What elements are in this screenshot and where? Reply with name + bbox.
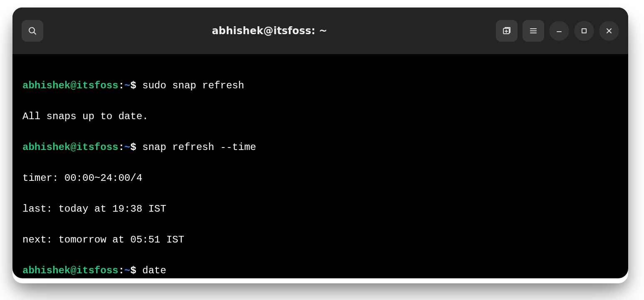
prompt-host: abhishek@itsfoss (22, 142, 118, 153)
close-icon (605, 27, 613, 35)
terminal-line: abhishek@itsfoss:~$ sudo snap refresh (22, 78, 618, 93)
minimize-icon (555, 27, 563, 35)
search-icon (27, 26, 37, 36)
maximize-icon (580, 27, 588, 35)
search-button[interactable] (22, 20, 43, 42)
command-text: snap refresh --time (142, 142, 256, 153)
terminal-line: abhishek@itsfoss:~$ snap refresh --time (22, 140, 618, 155)
terminal-line: abhishek@itsfoss:~$ date (22, 263, 618, 278)
output-line: last: today at 19:38 IST (22, 201, 618, 217)
prompt-path: ~ (124, 265, 130, 276)
new-tab-button[interactable] (496, 20, 518, 42)
menu-button[interactable] (523, 20, 544, 42)
prompt-colon: : (118, 142, 124, 153)
svg-rect-9 (582, 29, 586, 33)
prompt-colon: : (118, 265, 124, 276)
terminal-window: abhishek@itsfoss: ~ (12, 8, 628, 278)
command-text: date (142, 265, 166, 276)
terminal-output[interactable]: abhishek@itsfoss:~$ sudo snap refresh Al… (12, 54, 628, 278)
prompt-path: ~ (124, 142, 130, 153)
prompt-path: ~ (124, 80, 130, 91)
close-button[interactable] (599, 21, 619, 41)
command-text: sudo snap refresh (142, 80, 244, 91)
svg-line-1 (34, 32, 36, 34)
hamburger-menu-icon (528, 26, 538, 36)
prompt-dollar: $ (130, 142, 136, 153)
output-line: next: tomorrow at 05:51 IST (22, 232, 618, 248)
output-line: timer: 00:00~24:00/4 (22, 170, 618, 186)
prompt-host: abhishek@itsfoss (22, 80, 118, 91)
window-title: abhishek@itsfoss: ~ (43, 25, 496, 37)
prompt-colon: : (118, 80, 124, 91)
maximize-button[interactable] (574, 21, 594, 41)
prompt-dollar: $ (130, 265, 136, 276)
prompt-host: abhishek@itsfoss (22, 265, 118, 276)
window-titlebar: abhishek@itsfoss: ~ (12, 8, 628, 54)
minimize-button[interactable] (549, 21, 569, 41)
prompt-dollar: $ (130, 80, 136, 91)
output-line: All snaps up to date. (22, 109, 618, 124)
new-tab-icon (502, 26, 512, 36)
